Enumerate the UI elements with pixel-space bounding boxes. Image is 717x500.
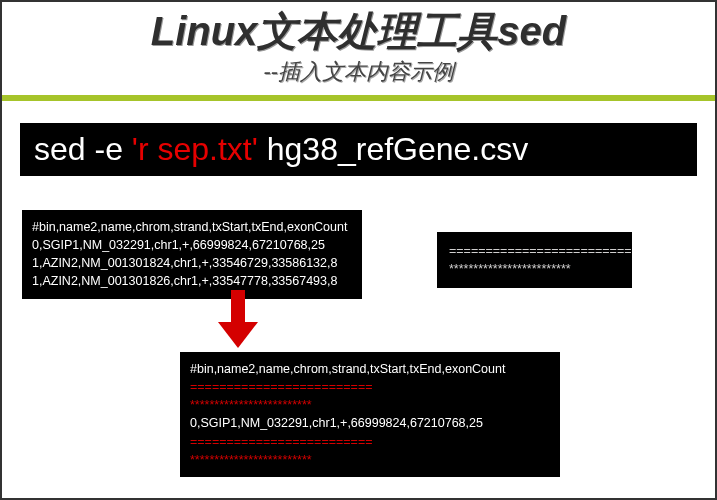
output-red-line: ========================= <box>190 378 550 396</box>
input-line: 1,AZIN2,NM_001301824,chr1,+,33546729,335… <box>32 254 352 272</box>
input-line: #bin,name2,name,chrom,strand,txStart,txE… <box>32 218 352 236</box>
slide-title: Linux文本处理工具sed <box>2 4 715 59</box>
input-line: 1,AZIN2,NM_001301826,chr1,+,33547778,335… <box>32 272 352 290</box>
output-red-line: ========================= <box>190 433 550 451</box>
cmd-suffix: hg38_refGene.csv <box>258 131 528 167</box>
output-red-line: ************************* <box>190 451 550 469</box>
cmd-red-part: 'r sep.txt' <box>132 131 258 167</box>
separator-file-box: ========================= **************… <box>437 232 632 288</box>
cmd-prefix: sed -e <box>34 131 132 167</box>
input-line: 0,SGIP1,NM_032291,chr1,+,66999824,672107… <box>32 236 352 254</box>
output-line: 0,SGIP1,NM_032291,chr1,+,66999824,672107… <box>190 414 550 432</box>
down-arrow-icon <box>218 290 258 350</box>
command-line: sed -e 'r sep.txt' hg38_refGene.csv <box>20 123 697 176</box>
sep-line: ************************* <box>449 260 620 278</box>
slide-header: Linux文本处理工具sed --插入文本内容示例 <box>2 2 715 101</box>
slide-subtitle: --插入文本内容示例 <box>2 57 715 87</box>
output-line: #bin,name2,name,chrom,strand,txStart,txE… <box>190 360 550 378</box>
output-box: #bin,name2,name,chrom,strand,txStart,txE… <box>180 352 560 477</box>
sep-line: ========================= <box>449 242 620 260</box>
output-red-line: ************************* <box>190 396 550 414</box>
input-file-box: #bin,name2,name,chrom,strand,txStart,txE… <box>22 210 362 299</box>
